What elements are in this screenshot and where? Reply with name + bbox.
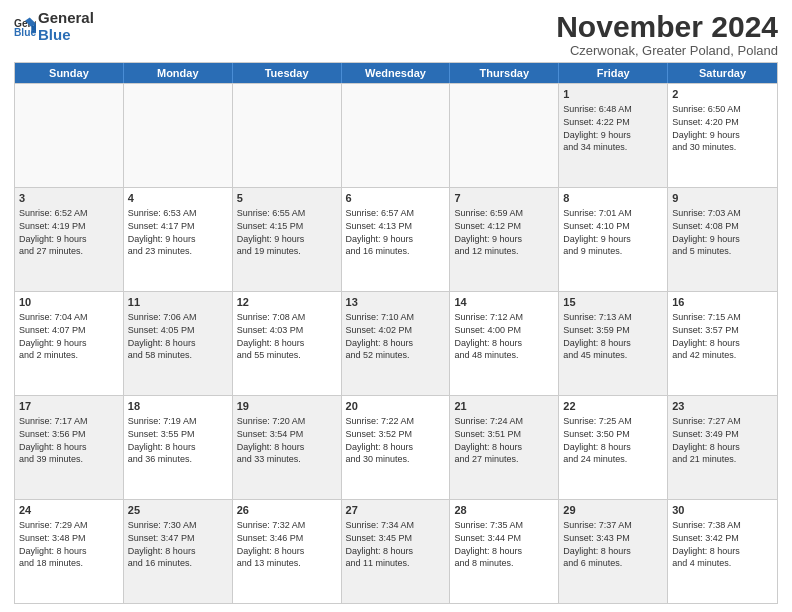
day-info: Sunrise: 6:52 AM Sunset: 4:19 PM Dayligh… — [19, 208, 88, 257]
day-number: 15 — [563, 295, 663, 310]
calendar-row-3: 17Sunrise: 7:17 AM Sunset: 3:56 PM Dayli… — [15, 395, 777, 499]
day-info: Sunrise: 7:35 AM Sunset: 3:44 PM Dayligh… — [454, 520, 523, 569]
day-info: Sunrise: 7:03 AM Sunset: 4:08 PM Dayligh… — [672, 208, 741, 257]
day-info: Sunrise: 6:53 AM Sunset: 4:17 PM Dayligh… — [128, 208, 197, 257]
calendar-day-14: 14Sunrise: 7:12 AM Sunset: 4:00 PM Dayli… — [450, 292, 559, 395]
day-number: 20 — [346, 399, 446, 414]
header-day-friday: Friday — [559, 63, 668, 83]
calendar-day-9: 9Sunrise: 7:03 AM Sunset: 4:08 PM Daylig… — [668, 188, 777, 291]
calendar-day-23: 23Sunrise: 7:27 AM Sunset: 3:49 PM Dayli… — [668, 396, 777, 499]
day-info: Sunrise: 6:55 AM Sunset: 4:15 PM Dayligh… — [237, 208, 306, 257]
day-info: Sunrise: 7:19 AM Sunset: 3:55 PM Dayligh… — [128, 416, 197, 465]
day-info: Sunrise: 7:38 AM Sunset: 3:42 PM Dayligh… — [672, 520, 741, 569]
day-number: 1 — [563, 87, 663, 102]
day-number: 6 — [346, 191, 446, 206]
day-info: Sunrise: 7:06 AM Sunset: 4:05 PM Dayligh… — [128, 312, 197, 361]
day-number: 13 — [346, 295, 446, 310]
day-info: Sunrise: 6:50 AM Sunset: 4:20 PM Dayligh… — [672, 104, 741, 153]
calendar-day-10: 10Sunrise: 7:04 AM Sunset: 4:07 PM Dayli… — [15, 292, 124, 395]
calendar-empty-cell — [450, 84, 559, 187]
calendar-day-11: 11Sunrise: 7:06 AM Sunset: 4:05 PM Dayli… — [124, 292, 233, 395]
day-number: 30 — [672, 503, 773, 518]
calendar-row-1: 3Sunrise: 6:52 AM Sunset: 4:19 PM Daylig… — [15, 187, 777, 291]
calendar-day-5: 5Sunrise: 6:55 AM Sunset: 4:15 PM Daylig… — [233, 188, 342, 291]
day-number: 16 — [672, 295, 773, 310]
day-info: Sunrise: 7:24 AM Sunset: 3:51 PM Dayligh… — [454, 416, 523, 465]
calendar-day-6: 6Sunrise: 6:57 AM Sunset: 4:13 PM Daylig… — [342, 188, 451, 291]
calendar-row-4: 24Sunrise: 7:29 AM Sunset: 3:48 PM Dayli… — [15, 499, 777, 603]
calendar-day-30: 30Sunrise: 7:38 AM Sunset: 3:42 PM Dayli… — [668, 500, 777, 603]
calendar-day-7: 7Sunrise: 6:59 AM Sunset: 4:12 PM Daylig… — [450, 188, 559, 291]
generalblue-logo-icon: General Blue — [14, 16, 36, 38]
calendar-row-2: 10Sunrise: 7:04 AM Sunset: 4:07 PM Dayli… — [15, 291, 777, 395]
calendar-day-25: 25Sunrise: 7:30 AM Sunset: 3:47 PM Dayli… — [124, 500, 233, 603]
calendar: SundayMondayTuesdayWednesdayThursdayFrid… — [14, 62, 778, 604]
calendar-day-20: 20Sunrise: 7:22 AM Sunset: 3:52 PM Dayli… — [342, 396, 451, 499]
calendar-day-22: 22Sunrise: 7:25 AM Sunset: 3:50 PM Dayli… — [559, 396, 668, 499]
day-number: 26 — [237, 503, 337, 518]
day-info: Sunrise: 7:15 AM Sunset: 3:57 PM Dayligh… — [672, 312, 741, 361]
month-title: November 2024 — [556, 10, 778, 43]
day-number: 24 — [19, 503, 119, 518]
header-day-saturday: Saturday — [668, 63, 777, 83]
header-day-thursday: Thursday — [450, 63, 559, 83]
day-number: 8 — [563, 191, 663, 206]
day-number: 7 — [454, 191, 554, 206]
calendar-day-24: 24Sunrise: 7:29 AM Sunset: 3:48 PM Dayli… — [15, 500, 124, 603]
day-number: 3 — [19, 191, 119, 206]
header-row: General Blue General Blue November 2024 … — [14, 10, 778, 58]
day-number: 4 — [128, 191, 228, 206]
day-number: 25 — [128, 503, 228, 518]
day-info: Sunrise: 7:17 AM Sunset: 3:56 PM Dayligh… — [19, 416, 88, 465]
day-number: 10 — [19, 295, 119, 310]
day-number: 23 — [672, 399, 773, 414]
logo-blue: Blue — [38, 27, 94, 44]
calendar-day-26: 26Sunrise: 7:32 AM Sunset: 3:46 PM Dayli… — [233, 500, 342, 603]
calendar-empty-cell — [15, 84, 124, 187]
page: General Blue General Blue November 2024 … — [0, 0, 792, 612]
svg-text:Blue: Blue — [14, 27, 36, 38]
header-day-wednesday: Wednesday — [342, 63, 451, 83]
day-info: Sunrise: 7:30 AM Sunset: 3:47 PM Dayligh… — [128, 520, 197, 569]
calendar-day-1: 1Sunrise: 6:48 AM Sunset: 4:22 PM Daylig… — [559, 84, 668, 187]
calendar-day-8: 8Sunrise: 7:01 AM Sunset: 4:10 PM Daylig… — [559, 188, 668, 291]
day-number: 12 — [237, 295, 337, 310]
header-day-monday: Monday — [124, 63, 233, 83]
calendar-day-15: 15Sunrise: 7:13 AM Sunset: 3:59 PM Dayli… — [559, 292, 668, 395]
day-info: Sunrise: 7:20 AM Sunset: 3:54 PM Dayligh… — [237, 416, 306, 465]
day-info: Sunrise: 7:12 AM Sunset: 4:00 PM Dayligh… — [454, 312, 523, 361]
calendar-day-2: 2Sunrise: 6:50 AM Sunset: 4:20 PM Daylig… — [668, 84, 777, 187]
day-number: 14 — [454, 295, 554, 310]
day-info: Sunrise: 7:22 AM Sunset: 3:52 PM Dayligh… — [346, 416, 415, 465]
calendar-empty-cell — [233, 84, 342, 187]
logo: General Blue General Blue — [14, 10, 94, 43]
calendar-day-29: 29Sunrise: 7:37 AM Sunset: 3:43 PM Dayli… — [559, 500, 668, 603]
calendar-day-19: 19Sunrise: 7:20 AM Sunset: 3:54 PM Dayli… — [233, 396, 342, 499]
day-number: 17 — [19, 399, 119, 414]
calendar-day-12: 12Sunrise: 7:08 AM Sunset: 4:03 PM Dayli… — [233, 292, 342, 395]
calendar-body: 1Sunrise: 6:48 AM Sunset: 4:22 PM Daylig… — [15, 83, 777, 603]
day-info: Sunrise: 7:32 AM Sunset: 3:46 PM Dayligh… — [237, 520, 306, 569]
calendar-day-16: 16Sunrise: 7:15 AM Sunset: 3:57 PM Dayli… — [668, 292, 777, 395]
day-number: 22 — [563, 399, 663, 414]
calendar-day-21: 21Sunrise: 7:24 AM Sunset: 3:51 PM Dayli… — [450, 396, 559, 499]
day-number: 2 — [672, 87, 773, 102]
day-info: Sunrise: 7:13 AM Sunset: 3:59 PM Dayligh… — [563, 312, 632, 361]
day-info: Sunrise: 7:25 AM Sunset: 3:50 PM Dayligh… — [563, 416, 632, 465]
header-day-sunday: Sunday — [15, 63, 124, 83]
calendar-row-0: 1Sunrise: 6:48 AM Sunset: 4:22 PM Daylig… — [15, 83, 777, 187]
calendar-day-28: 28Sunrise: 7:35 AM Sunset: 3:44 PM Dayli… — [450, 500, 559, 603]
day-number: 19 — [237, 399, 337, 414]
day-info: Sunrise: 7:04 AM Sunset: 4:07 PM Dayligh… — [19, 312, 88, 361]
day-number: 18 — [128, 399, 228, 414]
calendar-day-4: 4Sunrise: 6:53 AM Sunset: 4:17 PM Daylig… — [124, 188, 233, 291]
day-number: 21 — [454, 399, 554, 414]
logo-general: General — [38, 10, 94, 27]
calendar-day-13: 13Sunrise: 7:10 AM Sunset: 4:02 PM Dayli… — [342, 292, 451, 395]
day-info: Sunrise: 7:10 AM Sunset: 4:02 PM Dayligh… — [346, 312, 415, 361]
day-info: Sunrise: 6:57 AM Sunset: 4:13 PM Dayligh… — [346, 208, 415, 257]
header-day-tuesday: Tuesday — [233, 63, 342, 83]
day-info: Sunrise: 7:37 AM Sunset: 3:43 PM Dayligh… — [563, 520, 632, 569]
title-block: November 2024 Czerwonak, Greater Poland,… — [556, 10, 778, 58]
calendar-day-18: 18Sunrise: 7:19 AM Sunset: 3:55 PM Dayli… — [124, 396, 233, 499]
